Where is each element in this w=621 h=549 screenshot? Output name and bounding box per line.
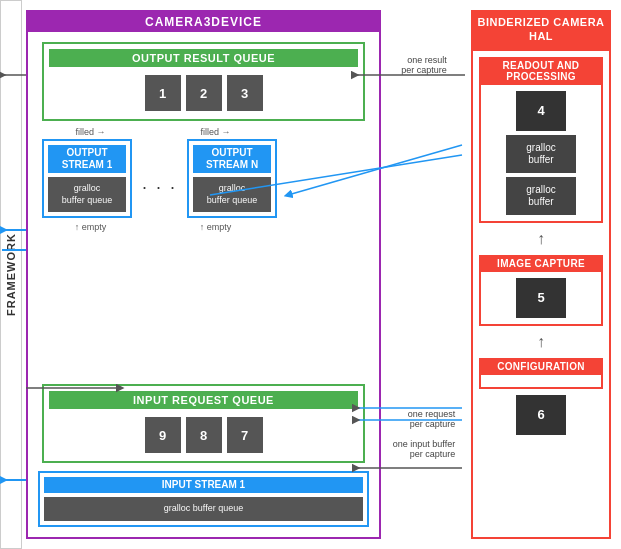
output-stream-1: OUTPUT STREAM 1 grallocbuffer queue [42,139,132,218]
output-stream-n-content: grallocbuffer queue [193,177,271,212]
image-capture-section: IMAGE CAPTURE 5 [479,255,603,326]
input-request-queue: INPUT REQUEST QUEUE 9 8 7 [42,384,365,463]
output-stream-n: OUTPUT STREAM N grallocbuffer queue [187,139,277,218]
readout-processing-body: 4 grallocbuffer grallocbuffer [479,85,603,223]
configuration-body [479,375,603,389]
output-stream-1-title: OUTPUT STREAM 1 [48,145,126,173]
box-4: 4 [516,91,566,131]
readout-processing-section: READOUT AND PROCESSING 4 grallocbuffer g… [479,57,603,223]
input-request-queue-items: 9 8 7 [49,414,358,456]
box-5: 5 [516,278,566,318]
gralloc-buffer-1: grallocbuffer [506,135,576,173]
output-result-queue-container: OUTPUT RESULT QUEUE 1 2 3 [38,38,369,125]
streams-section: filled → filled → OUTPUT STREAM 1 grallo… [38,127,369,232]
empty-label-2: ↑ empty [173,222,258,232]
box-6: 6 [516,395,566,435]
queue-item-3: 3 [227,75,263,111]
queue-item-2: 2 [186,75,222,111]
input-stream-1-content: gralloc buffer queue [44,497,363,521]
image-capture-title: IMAGE CAPTURE [479,255,603,272]
dots: . . . [142,173,177,194]
queue-item-8: 8 [186,417,222,453]
input-stream-1: INPUT STREAM 1 gralloc buffer queue [38,471,369,527]
camera3device-title: CAMERA3DEVICE [28,12,379,32]
configuration-section: CONFIGURATION [479,358,603,389]
main-container: FRAMEWORK CAMERA3DEVICE OUTPUT RESULT QU… [0,0,621,549]
framework-label: FRAMEWORK [0,0,22,549]
queue-item-7: 7 [227,417,263,453]
input-stream-container: INPUT STREAM 1 gralloc buffer queue [38,471,369,527]
output-result-queue: OUTPUT RESULT QUEUE 1 2 3 [42,42,365,121]
image-capture-body: 5 [479,272,603,326]
queue-item-1: 1 [145,75,181,111]
readout-processing-title: READOUT AND PROCESSING [479,57,603,85]
hal-section: BINDERIZED CAMERA HAL READOUT AND PROCES… [471,10,611,539]
hal-body: READOUT AND PROCESSING 4 grallocbuffer g… [471,49,611,539]
filled-label-1: filled → [48,127,133,137]
streams-row: OUTPUT STREAM 1 grallocbuffer queue . . … [42,139,365,218]
hal-title: BINDERIZED CAMERA HAL [471,10,611,49]
queue-item-9: 9 [145,417,181,453]
middle-column: one resultper capture one requestper cap… [381,10,471,539]
output-stream-n-title: OUTPUT STREAM N [193,145,271,173]
configuration-title: CONFIGURATION [479,358,603,375]
output-result-queue-items: 1 2 3 [49,72,358,114]
one-request-label: one requestper captureone input bufferpe… [393,409,459,459]
up-arrow-2: ↑ [537,333,545,351]
up-arrow-1: ↑ [537,230,545,248]
camera3device-section: CAMERA3DEVICE OUTPUT RESULT QUEUE 1 2 3 [26,10,381,539]
input-request-queue-title: INPUT REQUEST QUEUE [49,391,358,409]
one-result-label: one resultper capture [401,55,451,75]
input-request-queue-container: INPUT REQUEST QUEUE 9 8 7 [38,380,369,467]
input-stream-1-title: INPUT STREAM 1 [44,477,363,493]
camera3device-inner: OUTPUT RESULT QUEUE 1 2 3 filled → [28,32,379,535]
filled-label-2: filled → [173,127,258,137]
output-stream-1-content: grallocbuffer queue [48,177,126,212]
gralloc-buffer-2: grallocbuffer [506,177,576,215]
empty-label-1: ↑ empty [48,222,133,232]
output-result-queue-title: OUTPUT RESULT QUEUE [49,49,358,67]
